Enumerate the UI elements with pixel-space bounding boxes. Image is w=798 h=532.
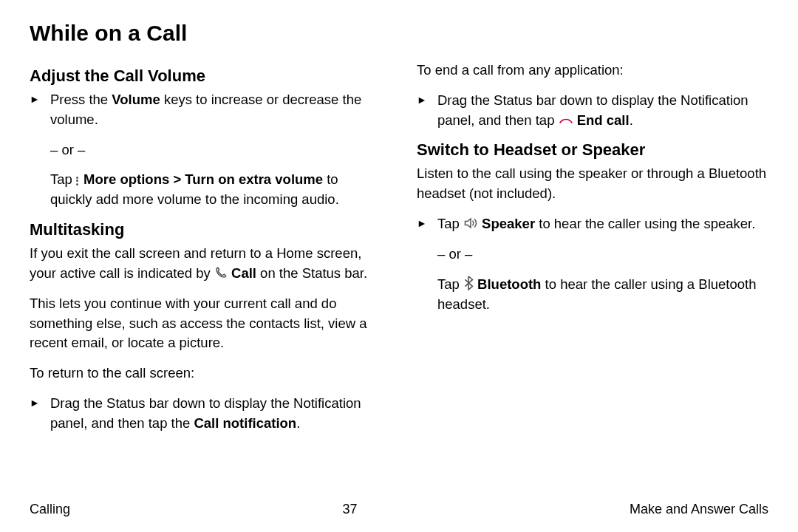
or-separator: – or –: [30, 140, 381, 160]
more-options-icon: [76, 175, 78, 186]
text: Tap: [437, 276, 463, 292]
footer-right: Make and Answer Calls: [630, 502, 768, 517]
bold-more-options: More options > Turn on extra volume: [83, 171, 323, 187]
bullet-volume-keys: Press the Volume keys to increase or dec…: [30, 90, 381, 130]
heading-adjust-volume: Adjust the Call Volume: [30, 66, 381, 86]
or-separator-2: – or –: [417, 245, 768, 265]
end-label: To end a call from any application:: [417, 61, 768, 81]
phone-icon: [214, 266, 228, 279]
text: Tap: [50, 171, 76, 187]
text: to hear the caller using the speaker.: [535, 216, 755, 231]
bluetooth-icon: [463, 276, 474, 290]
text: on the Status bar.: [256, 265, 367, 281]
bold-bluetooth: Bluetooth: [477, 276, 541, 292]
speaker-icon: [463, 216, 478, 230]
switch-intro: Listen to the call using the speaker or …: [417, 164, 768, 204]
bold-end-call: End call: [577, 112, 630, 128]
tap-more-options: Tap More options > Turn on extra volume …: [30, 170, 381, 210]
tap-bluetooth: Tap Bluetooth to hear the caller using a…: [417, 275, 768, 315]
footer-page-number: 37: [342, 502, 357, 517]
bold-volume: Volume: [112, 92, 160, 107]
multitask-p1: If you exit the call screen and return t…: [30, 244, 381, 284]
text: Tap: [437, 216, 463, 231]
text: Press the: [50, 92, 112, 107]
text: .: [296, 415, 300, 431]
end-call-icon: [559, 116, 573, 126]
return-label: To return to the call screen:: [30, 364, 381, 383]
bold-call-notification: Call notification: [194, 415, 296, 431]
page-footer: Calling 37 Make and Answer Calls: [30, 502, 768, 517]
footer-left: Calling: [30, 502, 70, 517]
content-columns: Adjust the Call Volume Press the Volume …: [30, 61, 768, 444]
bold-speaker: Speaker: [482, 216, 535, 231]
page-title: While on a Call: [30, 21, 768, 46]
heading-switch: Switch to Headset or Speaker: [417, 140, 768, 160]
bullet-end-call: Drag the Status bar down to display the …: [417, 91, 768, 131]
bullet-speaker: Tap Speaker to hear the caller using the…: [417, 214, 768, 234]
bullet-return: Drag the Status bar down to display the …: [30, 394, 381, 434]
bold-call: Call: [231, 265, 256, 281]
left-column: Adjust the Call Volume Press the Volume …: [30, 61, 381, 444]
heading-multitasking: Multitasking: [30, 220, 381, 239]
right-column: To end a call from any application: Drag…: [417, 61, 768, 444]
text: .: [630, 112, 633, 128]
multitask-p2: This lets you continue with your current…: [30, 294, 381, 353]
